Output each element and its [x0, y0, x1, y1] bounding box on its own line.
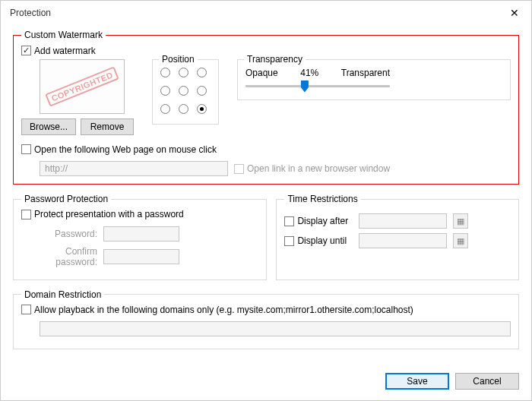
- checkbox-icon: [21, 210, 31, 219]
- save-button[interactable]: Save: [385, 373, 449, 390]
- protect-password-label: Protect presentation with a password: [34, 209, 184, 219]
- position-group: Position: [152, 59, 219, 125]
- password-input[interactable]: [103, 226, 179, 242]
- allow-domains-label: Allow playback in the following domains …: [34, 305, 413, 315]
- transparency-legend: Transparency: [244, 54, 306, 65]
- custom-watermark-group: Custom Watermark Add watermark COPYRIGHT…: [13, 30, 519, 185]
- watermark-preview: COPYRIGHTED: [40, 59, 125, 114]
- domain-restriction-group: Domain Restriction Allow playback in the…: [13, 289, 519, 350]
- url-row: Open link in a new browser window: [21, 161, 511, 176]
- display-until-checkbox[interactable]: Display until: [284, 235, 353, 246]
- add-watermark-checkbox[interactable]: Add watermark: [21, 46, 96, 56]
- confirm-password-input[interactable]: [103, 249, 179, 264]
- checkbox-icon: [234, 164, 244, 174]
- calendar-icon[interactable]: ▦: [453, 213, 468, 229]
- display-after-checkbox[interactable]: Display after: [284, 216, 353, 226]
- open-link-checkbox[interactable]: Open the following Web page on mouse cli…: [21, 144, 217, 155]
- checkbox-icon: [284, 216, 294, 226]
- password-row: Password:: [21, 226, 258, 242]
- position-radio-tl[interactable]: [160, 68, 170, 77]
- checkbox-icon: [21, 144, 31, 154]
- remove-button[interactable]: Remove: [81, 118, 134, 135]
- checkbox-icon: [284, 236, 294, 246]
- position-legend: Position: [159, 54, 198, 65]
- transparency-slider[interactable]: [245, 80, 390, 93]
- position-radio-br[interactable]: [197, 104, 207, 114]
- position-radio-bc[interactable]: [179, 104, 188, 114]
- add-watermark-label: Add watermark: [34, 46, 96, 56]
- watermark-buttons: Browse... Remove: [21, 118, 134, 135]
- slider-track-line: [245, 85, 390, 87]
- custom-watermark-legend: Custom Watermark: [21, 30, 106, 40]
- display-until-input[interactable]: [359, 233, 447, 248]
- transparency-group: Transparency Opaque 41% Transparent: [237, 59, 511, 100]
- protect-password-checkbox[interactable]: Protect presentation with a password: [21, 209, 184, 219]
- dialog-footer: Save Cancel: [1, 365, 531, 400]
- cancel-button[interactable]: Cancel: [455, 373, 519, 390]
- watermark-preview-column: COPYRIGHTED Browse... Remove: [40, 59, 134, 135]
- close-icon: ✕: [510, 7, 519, 19]
- position-radio-tc[interactable]: [179, 68, 188, 77]
- position-radio-bl[interactable]: [160, 104, 170, 114]
- position-radio-tr[interactable]: [197, 68, 207, 77]
- transparency-labels: Opaque 41% Transparent: [245, 68, 390, 78]
- display-until-row: Display until ▦: [284, 233, 511, 248]
- protection-dialog: Protection ✕ Custom Watermark Add waterm…: [0, 0, 532, 401]
- display-after-row: Display after ▦: [284, 213, 511, 229]
- new-window-label: Open link in a new browser window: [247, 163, 390, 174]
- transparent-label: Transparent: [341, 68, 390, 78]
- calendar-icon[interactable]: ▦: [453, 233, 468, 248]
- watermark-stamp-icon: COPYRIGHTED: [45, 66, 119, 106]
- position-radio-mc[interactable]: [179, 86, 188, 96]
- position-radio-grid: [160, 68, 211, 118]
- browse-button[interactable]: Browse...: [21, 118, 76, 135]
- time-restrictions-group: Time Restrictions Display after ▦ Displa…: [276, 194, 519, 280]
- time-legend: Time Restrictions: [284, 194, 360, 204]
- checkbox-icon: [21, 305, 31, 314]
- password-protection-group: Password Protection Protect presentation…: [13, 194, 267, 280]
- domain-legend: Domain Restriction: [21, 289, 104, 300]
- confirm-password-row: Confirm password:: [21, 246, 258, 267]
- display-until-label: Display until: [297, 235, 347, 246]
- titlebar: Protection ✕: [1, 1, 531, 25]
- display-after-input[interactable]: [359, 213, 447, 229]
- display-after-label: Display after: [297, 216, 348, 226]
- checkbox-icon: [21, 46, 31, 55]
- slider-thumb-icon[interactable]: [301, 81, 309, 93]
- position-radio-ml[interactable]: [160, 86, 170, 96]
- password-field-label: Password:: [21, 229, 97, 239]
- opaque-label: Opaque: [245, 68, 278, 78]
- password-time-row: Password Protection Protect presentation…: [13, 189, 519, 285]
- new-window-checkbox[interactable]: Open link in a new browser window: [234, 163, 390, 174]
- transparency-slider-wrap: Opaque 41% Transparent: [245, 68, 390, 93]
- transparency-value: 41%: [300, 68, 318, 78]
- allow-domains-checkbox[interactable]: Allow playback in the following domains …: [21, 305, 413, 315]
- dialog-body: Custom Watermark Add watermark COPYRIGHT…: [1, 25, 531, 365]
- open-link-label: Open the following Web page on mouse cli…: [34, 144, 217, 155]
- confirm-password-label: Confirm password:: [21, 246, 97, 267]
- password-legend: Password Protection: [21, 194, 111, 204]
- position-radio-mr[interactable]: [197, 86, 207, 96]
- url-input[interactable]: [40, 161, 228, 176]
- close-button[interactable]: ✕: [498, 1, 531, 25]
- dialog-title: Protection: [10, 8, 498, 18]
- watermark-controls-row: COPYRIGHTED Browse... Remove Position: [40, 59, 511, 135]
- domains-input[interactable]: [40, 321, 511, 336]
- domains-input-row: [21, 321, 511, 336]
